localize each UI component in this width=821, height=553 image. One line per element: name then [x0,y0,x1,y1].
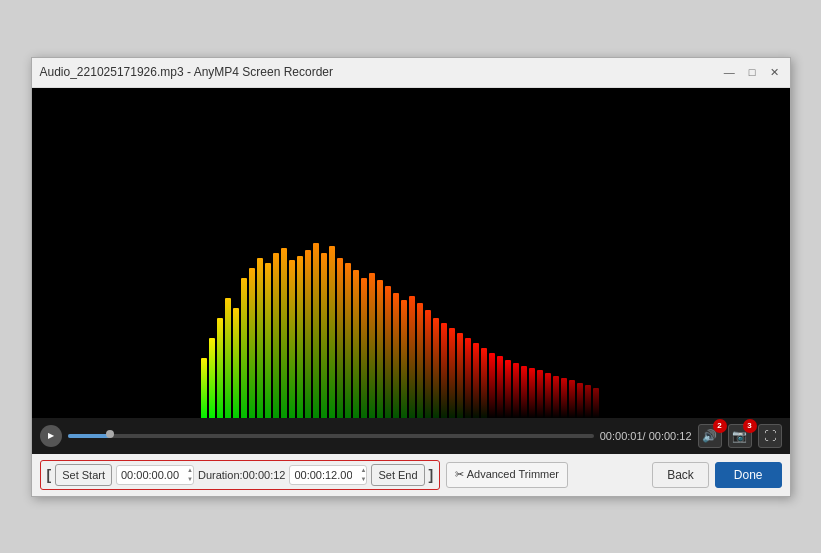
waveform-bar [545,373,551,418]
done-button[interactable]: Done [715,462,782,488]
close-button[interactable]: ✕ [767,66,782,79]
waveform-bar [473,343,479,418]
start-time-group: ▲ ▼ [116,465,194,485]
camera-badge: 3 [743,419,757,433]
waveform-bar [313,243,319,418]
done-label: Done [734,468,763,482]
start-down-arrow[interactable]: ▼ [187,475,193,484]
end-up-arrow[interactable]: ▲ [360,466,366,475]
waveform-bar [577,383,583,418]
minimize-button[interactable]: — [721,66,738,78]
waveform-bar [241,278,247,418]
window-controls: — □ ✕ [721,66,782,79]
advanced-trimmer-button[interactable]: ✂ Advanced Trimmer [446,462,568,488]
waveform-bar [201,358,207,418]
end-time-group: ▲ ▼ [289,465,367,485]
waveform-bar [265,263,271,418]
waveform-bar [385,286,391,418]
waveform-bar [369,273,375,418]
waveform-bar [257,258,263,418]
set-start-button[interactable]: Set Start [55,464,112,486]
waveform-bar [345,263,351,418]
waveform-bar [289,260,295,418]
waveform-bar [225,298,231,418]
titlebar: Audio_221025171926.mp3 - AnyMP4 Screen R… [32,58,790,88]
duration-label: Duration:00:00:12 [198,469,285,481]
fullscreen-icon: ⛶ [764,429,776,443]
waveform-bar [353,270,359,418]
trim-section: [ Set Start ▲ ▼ Duration:00:00:12 ▲ ▼ Se… [40,460,441,490]
waveform-bar [305,250,311,418]
waveform-bar [537,370,543,418]
left-bracket: [ [47,467,52,483]
waveform-bar [337,258,343,418]
set-end-button[interactable]: Set End [371,464,424,486]
end-time-input[interactable] [289,465,367,485]
main-window: Audio_221025171926.mp3 - AnyMP4 Screen R… [31,57,791,497]
waveform-bar [209,338,215,418]
waveform-bar [425,310,431,418]
start-up-arrow[interactable]: ▲ [187,466,193,475]
waveform-bar [449,328,455,418]
end-down-arrow[interactable]: ▼ [360,475,366,484]
waveform-bar [569,380,575,418]
play-button[interactable]: ▶ [40,425,62,447]
waveform-bar [329,246,335,418]
time-display: 00:00:01/ 00:00:12 [600,430,692,442]
waveform [201,218,621,418]
waveform-bar [281,248,287,418]
progress-fill [68,434,110,438]
maximize-button[interactable]: □ [746,66,759,78]
waveform-bar [521,366,527,418]
start-time-input[interactable] [116,465,194,485]
window-title: Audio_221025171926.mp3 - AnyMP4 Screen R… [40,65,334,79]
waveform-bar [529,368,535,418]
waveform-bar [457,333,463,418]
waveform-bar [417,303,423,418]
waveform-bar [585,385,591,418]
bottom-bar: [ Set Start ▲ ▼ Duration:00:00:12 ▲ ▼ Se… [32,454,790,496]
video-area [32,88,790,418]
waveform-bar [497,356,503,418]
waveform-bar [441,323,447,418]
waveform-bar [321,253,327,418]
volume-badge: 2 [713,419,727,433]
waveform-bar [233,308,239,418]
waveform-bar [513,363,519,418]
progress-bar[interactable] [68,434,594,438]
waveform-bar [481,348,487,418]
camera-button[interactable]: 📷 3 [728,424,752,448]
waveform-bar [465,338,471,418]
play-icon: ▶ [48,431,54,440]
waveform-bar [393,293,399,418]
waveform-bar [433,318,439,418]
right-bracket: ] [429,467,434,483]
end-spin[interactable]: ▲ ▼ [360,466,366,484]
waveform-bar [593,388,599,418]
waveform-bar [361,278,367,418]
waveform-bar [401,300,407,418]
waveform-bar [273,253,279,418]
waveform-bar [561,378,567,418]
waveform-bar [217,318,223,418]
start-spin[interactable]: ▲ ▼ [187,466,193,484]
waveform-bar [249,268,255,418]
waveform-bar [553,376,559,418]
controls-bar: ▶ 00:00:01/ 00:00:12 🔊 2 📷 3 ⛶ [32,418,790,454]
progress-handle[interactable] [106,430,114,438]
waveform-bar [377,280,383,418]
back-button[interactable]: Back [652,462,709,488]
fullscreen-button[interactable]: ⛶ [758,424,782,448]
waveform-bar [297,256,303,418]
volume-button[interactable]: 🔊 2 [698,424,722,448]
waveform-bar [489,353,495,418]
waveform-bar [409,296,415,418]
waveform-bar [505,360,511,418]
